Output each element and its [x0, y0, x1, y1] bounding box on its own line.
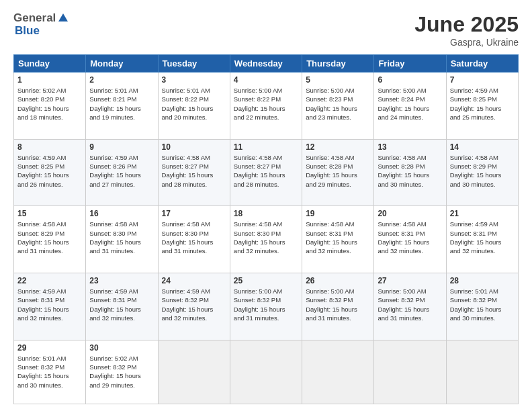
cell-text: Sunrise: 4:58 AM Sunset: 8:28 PM Dayligh… — [306, 153, 370, 189]
day-number: 1 — [17, 75, 82, 85]
calendar: SundayMondayTuesdayWednesdayThursdayFrid… — [13, 54, 519, 404]
calendar-cell: 25Sunrise: 5:00 AM Sunset: 8:32 PM Dayli… — [230, 273, 302, 340]
column-header-wednesday: Wednesday — [230, 55, 302, 73]
cell-text: Sunrise: 4:59 AM Sunset: 8:31 PM Dayligh… — [89, 287, 154, 322]
calendar-cell: 20Sunrise: 4:58 AM Sunset: 8:31 PM Dayli… — [374, 206, 446, 273]
calendar-cell: 12Sunrise: 4:58 AM Sunset: 8:28 PM Dayli… — [302, 139, 374, 206]
calendar-header-row: SundayMondayTuesdayWednesdayThursdayFrid… — [14, 55, 519, 73]
cell-text: Sunrise: 4:58 AM Sunset: 8:30 PM Dayligh… — [162, 220, 226, 255]
day-number: 15 — [17, 209, 82, 218]
day-number: 11 — [234, 142, 298, 152]
day-number: 5 — [306, 75, 370, 85]
calendar-cell: 9Sunrise: 4:59 AM Sunset: 8:26 PM Daylig… — [86, 139, 158, 206]
cell-text: Sunrise: 5:00 AM Sunset: 8:32 PM Dayligh… — [234, 287, 298, 322]
calendar-week-row: 8Sunrise: 4:59 AM Sunset: 8:25 PM Daylig… — [14, 139, 519, 206]
calendar-week-row: 22Sunrise: 4:59 AM Sunset: 8:31 PM Dayli… — [14, 273, 519, 340]
day-number: 12 — [306, 142, 370, 152]
cell-text: Sunrise: 5:02 AM Sunset: 8:20 PM Dayligh… — [17, 86, 82, 122]
cell-text: Sunrise: 5:01 AM Sunset: 8:21 PM Dayligh… — [89, 86, 154, 122]
column-header-thursday: Thursday — [302, 55, 374, 73]
calendar-cell: 2Sunrise: 5:01 AM Sunset: 8:21 PM Daylig… — [86, 73, 158, 140]
cell-text: Sunrise: 5:01 AM Sunset: 8:32 PM Dayligh… — [450, 287, 515, 322]
day-number: 16 — [89, 209, 154, 218]
cell-text: Sunrise: 4:59 AM Sunset: 8:25 PM Dayligh… — [450, 86, 515, 122]
cell-text: Sunrise: 5:00 AM Sunset: 8:32 PM Dayligh… — [306, 287, 370, 322]
day-number: 6 — [378, 75, 442, 85]
cell-text: Sunrise: 5:00 AM Sunset: 8:32 PM Dayligh… — [378, 287, 442, 322]
cell-text: Sunrise: 4:58 AM Sunset: 8:31 PM Dayligh… — [378, 220, 442, 255]
calendar-cell: 10Sunrise: 4:58 AM Sunset: 8:27 PM Dayli… — [158, 139, 230, 206]
logo-icon — [57, 12, 69, 24]
calendar-cell: 19Sunrise: 4:58 AM Sunset: 8:31 PM Dayli… — [302, 206, 374, 273]
cell-text: Sunrise: 4:59 AM Sunset: 8:32 PM Dayligh… — [162, 287, 226, 322]
calendar-cell: 8Sunrise: 4:59 AM Sunset: 8:25 PM Daylig… — [14, 139, 86, 206]
calendar-cell: 28Sunrise: 5:01 AM Sunset: 8:32 PM Dayli… — [446, 273, 518, 340]
column-header-saturday: Saturday — [446, 55, 518, 73]
calendar-cell: 30Sunrise: 5:02 AM Sunset: 8:32 PM Dayli… — [86, 340, 158, 404]
calendar-cell: 5Sunrise: 5:00 AM Sunset: 8:23 PM Daylig… — [302, 73, 374, 140]
day-number: 2 — [89, 75, 154, 85]
cell-text: Sunrise: 5:00 AM Sunset: 8:22 PM Dayligh… — [234, 86, 298, 122]
cell-text: Sunrise: 4:58 AM Sunset: 8:29 PM Dayligh… — [450, 153, 515, 189]
calendar-cell: 22Sunrise: 4:59 AM Sunset: 8:31 PM Dayli… — [14, 273, 86, 340]
cell-text: Sunrise: 4:58 AM Sunset: 8:27 PM Dayligh… — [162, 153, 226, 189]
day-number: 14 — [450, 142, 515, 152]
day-number: 4 — [234, 75, 298, 85]
calendar-cell: 16Sunrise: 4:58 AM Sunset: 8:30 PM Dayli… — [86, 206, 158, 273]
logo-blue: Blue — [15, 25, 69, 38]
day-number: 24 — [162, 276, 226, 285]
calendar-cell: 4Sunrise: 5:00 AM Sunset: 8:22 PM Daylig… — [230, 73, 302, 140]
header: General Blue June 2025 Gaspra, Ukraine — [13, 12, 519, 48]
calendar-cell: 26Sunrise: 5:00 AM Sunset: 8:32 PM Dayli… — [302, 273, 374, 340]
calendar-cell: 27Sunrise: 5:00 AM Sunset: 8:32 PM Dayli… — [374, 273, 446, 340]
calendar-cell: 7Sunrise: 4:59 AM Sunset: 8:25 PM Daylig… — [446, 73, 518, 140]
column-header-tuesday: Tuesday — [158, 55, 230, 73]
column-header-sunday: Sunday — [14, 55, 86, 73]
calendar-cell: 1Sunrise: 5:02 AM Sunset: 8:20 PM Daylig… — [14, 73, 86, 140]
day-number: 9 — [89, 142, 154, 152]
cell-text: Sunrise: 5:01 AM Sunset: 8:32 PM Dayligh… — [17, 354, 82, 390]
cell-text: Sunrise: 4:58 AM Sunset: 8:27 PM Dayligh… — [234, 153, 298, 189]
calendar-cell: 21Sunrise: 4:59 AM Sunset: 8:31 PM Dayli… — [446, 206, 518, 273]
day-number: 7 — [450, 75, 515, 85]
cell-text: Sunrise: 4:58 AM Sunset: 8:28 PM Dayligh… — [378, 153, 442, 189]
calendar-week-row: 1Sunrise: 5:02 AM Sunset: 8:20 PM Daylig… — [14, 73, 519, 140]
calendar-cell — [230, 340, 302, 404]
day-number: 17 — [162, 209, 226, 218]
calendar-cell — [446, 340, 518, 404]
day-number: 26 — [306, 276, 370, 285]
cell-text: Sunrise: 4:58 AM Sunset: 8:30 PM Dayligh… — [234, 220, 298, 255]
day-number: 13 — [378, 142, 442, 152]
subtitle: Gaspra, Ukraine — [414, 37, 519, 48]
day-number: 28 — [450, 276, 515, 285]
logo: General Blue — [13, 12, 69, 37]
cell-text: Sunrise: 5:02 AM Sunset: 8:32 PM Dayligh… — [89, 354, 154, 390]
cell-text: Sunrise: 4:59 AM Sunset: 8:31 PM Dayligh… — [450, 220, 515, 255]
calendar-cell: 29Sunrise: 5:01 AM Sunset: 8:32 PM Dayli… — [14, 340, 86, 404]
day-number: 19 — [306, 209, 370, 218]
day-number: 22 — [17, 276, 82, 285]
cell-text: Sunrise: 4:58 AM Sunset: 8:29 PM Dayligh… — [17, 220, 82, 255]
day-number: 25 — [234, 276, 298, 285]
day-number: 21 — [450, 209, 515, 218]
page: General Blue June 2025 Gaspra, Ukraine S… — [0, 0, 532, 411]
cell-text: Sunrise: 4:58 AM Sunset: 8:30 PM Dayligh… — [89, 220, 154, 255]
title-block: June 2025 Gaspra, Ukraine — [414, 12, 519, 48]
column-header-monday: Monday — [86, 55, 158, 73]
column-header-friday: Friday — [374, 55, 446, 73]
cell-text: Sunrise: 5:00 AM Sunset: 8:24 PM Dayligh… — [378, 86, 442, 122]
calendar-cell: 6Sunrise: 5:00 AM Sunset: 8:24 PM Daylig… — [374, 73, 446, 140]
calendar-cell: 24Sunrise: 4:59 AM Sunset: 8:32 PM Dayli… — [158, 273, 230, 340]
calendar-week-row: 15Sunrise: 4:58 AM Sunset: 8:29 PM Dayli… — [14, 206, 519, 273]
day-number: 3 — [162, 75, 226, 85]
cell-text: Sunrise: 5:01 AM Sunset: 8:22 PM Dayligh… — [162, 86, 226, 122]
calendar-cell: 14Sunrise: 4:58 AM Sunset: 8:29 PM Dayli… — [446, 139, 518, 206]
day-number: 30 — [89, 343, 154, 353]
day-number: 18 — [234, 209, 298, 218]
calendar-cell: 13Sunrise: 4:58 AM Sunset: 8:28 PM Dayli… — [374, 139, 446, 206]
cell-text: Sunrise: 4:58 AM Sunset: 8:31 PM Dayligh… — [306, 220, 370, 255]
day-number: 20 — [378, 209, 442, 218]
calendar-cell — [374, 340, 446, 404]
calendar-week-row: 29Sunrise: 5:01 AM Sunset: 8:32 PM Dayli… — [14, 340, 519, 404]
calendar-cell — [302, 340, 374, 404]
